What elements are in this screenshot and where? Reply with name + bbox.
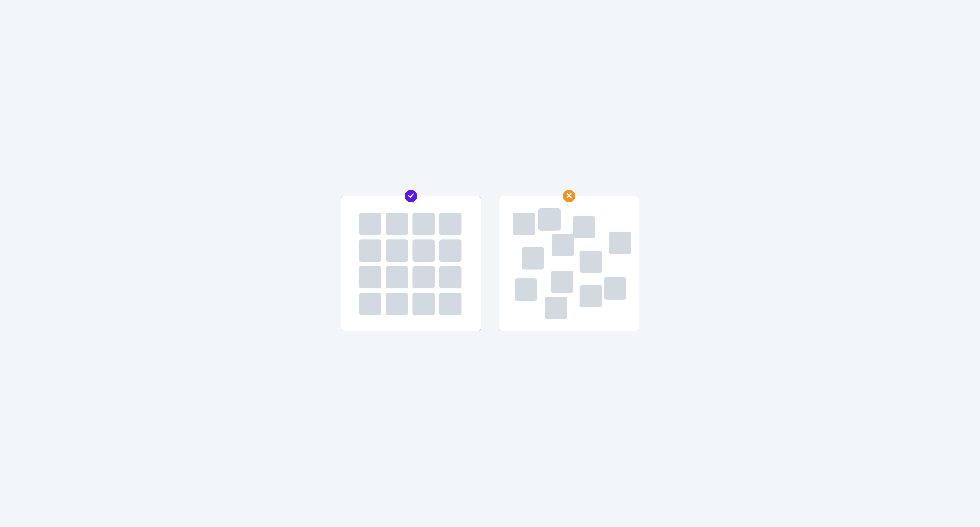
grid-tile	[545, 297, 567, 319]
bad-panel	[499, 195, 639, 332]
grid-tile	[412, 240, 435, 262]
good-grid	[341, 196, 480, 331]
grid-tile	[609, 232, 631, 254]
grid-tile	[386, 266, 408, 289]
grid-tile	[359, 213, 381, 235]
grid-tile	[439, 266, 461, 289]
grid-tile	[552, 234, 574, 256]
grid-tile	[604, 277, 626, 300]
bad-scatter	[500, 196, 639, 331]
grid-tile	[359, 266, 381, 289]
grid-tile	[386, 293, 408, 315]
grid-tile	[386, 240, 408, 262]
grid-tile	[359, 293, 381, 315]
grid-tile	[412, 213, 435, 235]
diagram-canvas	[323, 173, 657, 354]
grid-tile	[439, 240, 461, 262]
grid-tile	[515, 278, 537, 301]
grid-tile	[439, 213, 461, 235]
grid-tile	[538, 208, 561, 230]
good-panel	[341, 195, 481, 332]
grid-tile	[439, 293, 461, 315]
grid-tile	[522, 247, 544, 270]
grid-tile	[386, 213, 408, 235]
grid-tile	[412, 293, 435, 315]
grid-tile	[412, 266, 435, 289]
grid-tile	[579, 251, 602, 273]
grid-tile	[551, 271, 573, 293]
grid-tile	[579, 285, 602, 307]
grid-tile	[573, 216, 595, 238]
grid-tile	[513, 213, 535, 235]
grid-tile	[359, 240, 381, 262]
